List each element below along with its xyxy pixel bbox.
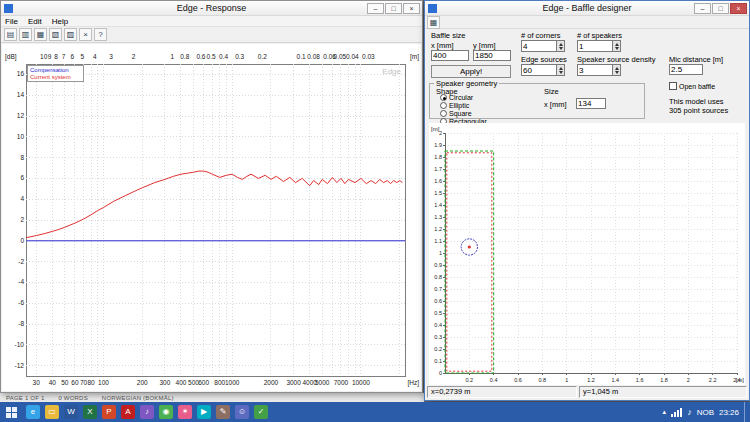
wavelength-tick-label: 0.6 [196, 53, 205, 60]
baffle-x-input[interactable] [431, 50, 469, 61]
maximize-button[interactable]: □ [385, 3, 402, 14]
density-input[interactable] [577, 64, 612, 76]
taskbar-icon-word[interactable]: W [64, 405, 78, 419]
open-file-icon[interactable]: ▥ [19, 28, 32, 41]
taskbar-icon-media-player[interactable]: ♪ [140, 405, 154, 419]
taskbar-icon-editor[interactable]: ✎ [216, 405, 230, 419]
checkbox-icon [669, 82, 677, 90]
start-button[interactable] [0, 402, 22, 422]
response-menubar: File Edit Help [1, 16, 422, 27]
baffle-y-input[interactable] [473, 50, 511, 61]
spinner-arrows-icon[interactable] [556, 64, 565, 76]
y-tick-label: 0.3 [434, 334, 442, 340]
legend-compensation: Compensation [30, 67, 69, 73]
hidden-icons-icon[interactable]: ▴ [663, 408, 667, 416]
corners-input[interactable] [521, 40, 556, 52]
mic-distance-input[interactable] [669, 64, 703, 75]
x-tick-label: 10000 [352, 379, 370, 386]
word-page-indicator[interactable]: PAGE 1 OF 1 [6, 395, 44, 401]
y-tick-label: 6 [20, 174, 24, 181]
taskbar-icon-excel[interactable]: X [83, 405, 97, 419]
speakers-input[interactable] [577, 40, 612, 52]
y-tick-label: 1.8 [434, 154, 442, 160]
y-tick-label: -12 [15, 362, 25, 369]
new-file-icon[interactable]: ▤ [4, 28, 17, 41]
taskbar-icon-internet-explorer[interactable]: e [26, 405, 40, 419]
taskbar-icon-file-explorer[interactable]: ▭ [45, 405, 59, 419]
corners-spinner[interactable] [521, 40, 565, 52]
size-x-input[interactable] [576, 98, 606, 109]
y-tick-label: 2 [20, 216, 24, 223]
legend-current-system: Current system [30, 74, 71, 80]
windows-logo-icon [6, 407, 17, 418]
open-baffle-checkbox[interactable]: Open baffle [669, 82, 715, 90]
system-tray: ▴ ♪ NOB 23:26 [663, 402, 750, 422]
shape-radio-elliptic[interactable]: Elliptic [440, 102, 469, 109]
taskbar-icon-messaging[interactable]: ☺ [235, 405, 249, 419]
export-chart-icon[interactable]: ▧ [49, 28, 62, 41]
edge-sources-spinner[interactable] [521, 64, 565, 76]
baffle-design-canvas[interactable]: 00.10.20.30.40.50.60.70.80.911.11.21.31.… [429, 123, 745, 385]
response-window-title: Edge - Response [1, 3, 422, 13]
menu-help[interactable]: Help [52, 17, 68, 26]
designer-controls: Baffle size x [mm] y [mm] Apply! # of co… [425, 29, 749, 121]
spinner-arrows-icon[interactable] [612, 64, 621, 76]
baffle-plot[interactable]: 00.10.20.30.40.50.60.70.80.911.11.21.31.… [429, 123, 745, 385]
taskbar-icon-edge-app[interactable]: ✓ [254, 405, 268, 419]
delete-icon[interactable]: × [79, 28, 92, 41]
y-tick-label: -2 [18, 258, 24, 265]
edge-app-icon [4, 4, 13, 13]
spinner-arrows-icon[interactable] [612, 40, 621, 52]
y-tick-label: 0 [20, 237, 24, 244]
help-icon[interactable]: ? [94, 28, 107, 41]
designer-statusbar: x=0,2739 m y=1,045 m [427, 386, 747, 398]
word-language[interactable]: NORWEGIAN (BOKMÅL) [102, 395, 174, 401]
shape-radio-square[interactable]: Square [440, 110, 472, 117]
taskbar-icon-chrome[interactable]: ◉ [159, 405, 173, 419]
apply-button[interactable]: Apply! [431, 65, 511, 78]
taskbar-icon-powerpoint[interactable]: P [102, 405, 116, 419]
network-icon[interactable] [671, 407, 682, 417]
edge-app-icon [428, 4, 437, 13]
speakers-spinner[interactable] [577, 40, 621, 52]
x-tick-label: 1.2 [587, 377, 595, 383]
response-titlebar[interactable]: Edge - Response – □ × [1, 1, 422, 16]
edge-sources-input[interactable] [521, 64, 556, 76]
wavelength-tick-label: 8 [54, 53, 58, 60]
taskbar-icon-acrobat[interactable]: A [121, 405, 135, 419]
copy-chart-icon[interactable]: ▨ [64, 28, 77, 41]
designer-titlebar[interactable]: Edge - Baffle designer – □ × [425, 1, 749, 16]
y-axis-unit: [dB] [5, 53, 17, 61]
minimize-button[interactable]: – [694, 3, 711, 14]
word-word-count[interactable]: 0 WORDS [58, 395, 87, 401]
top-axis-unit: [m] [410, 53, 419, 61]
menu-edit[interactable]: Edit [28, 17, 42, 26]
spinner-arrows-icon[interactable] [556, 40, 565, 52]
open-baffle-label: Open baffle [679, 83, 715, 90]
model-note-line1: This model uses [669, 97, 724, 106]
y-tick-label: 0.8 [434, 274, 442, 280]
y-tick-label: 1.5 [434, 190, 442, 196]
shape-radio-circular[interactable]: Circular [440, 94, 473, 101]
density-spinner[interactable] [577, 64, 621, 76]
show-desktop-button[interactable] [744, 402, 748, 422]
x-tick-label: 100 [98, 379, 109, 386]
taskbar-icon-video[interactable]: ▶ [197, 405, 211, 419]
language-indicator[interactable]: NOB [697, 408, 714, 417]
close-button[interactable]: × [403, 3, 420, 14]
response-window: Edge - Response – □ × File Edit Help ▤▥▦… [0, 0, 423, 393]
clock[interactable]: 23:26 [719, 408, 739, 417]
x-tick-label: 2 [687, 377, 690, 383]
y-tick-label: 0 [439, 370, 442, 376]
minimize-button[interactable]: – [367, 3, 384, 14]
copy-image-icon[interactable]: ▦ [427, 16, 440, 29]
designer-toolbar: ▦ [425, 16, 749, 29]
menu-file[interactable]: File [5, 17, 18, 26]
speaker-icon[interactable]: ♪ [687, 407, 692, 417]
taskbar-icon-photos[interactable]: ✶ [178, 405, 192, 419]
x-tick-label: 1.6 [636, 377, 644, 383]
maximize-button[interactable]: □ [712, 3, 729, 14]
close-button[interactable]: × [730, 3, 747, 14]
x-tick-label: 40 [49, 379, 57, 386]
save-file-icon[interactable]: ▦ [34, 28, 47, 41]
